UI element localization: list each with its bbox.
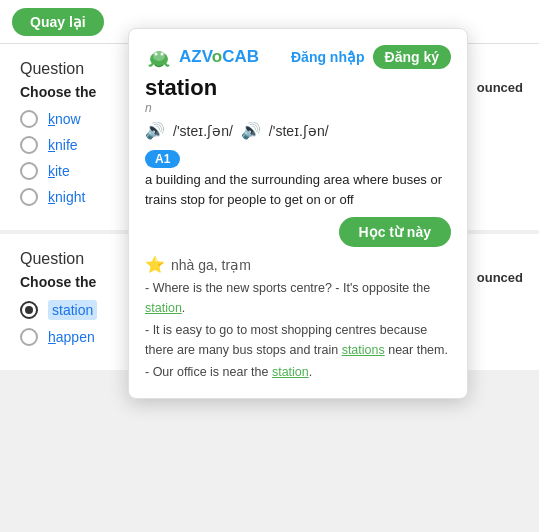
option-text-knight: knight [48, 189, 85, 205]
option-radio-knight[interactable] [20, 188, 38, 206]
option-text-know: know [48, 111, 81, 127]
speaker-icon-2[interactable]: 🔊 [241, 121, 261, 140]
vi-text: nhà ga, trạm [171, 257, 251, 273]
star-icon: ⭐ [145, 255, 165, 274]
option-radio-station[interactable] [20, 301, 38, 319]
option-radio-knife[interactable] [20, 136, 38, 154]
svg-point-3 [161, 53, 164, 56]
level-badge: A1 [145, 150, 180, 168]
option-radio-happen[interactable] [20, 328, 38, 346]
ounced-text-2: ounced [477, 270, 523, 285]
logo-text: AZVoCAB [179, 47, 259, 67]
word-popup: AZVoCAB Đăng nhập Đăng ký station n 🔊 /'… [128, 28, 468, 399]
back-button[interactable]: Quay lại [12, 8, 104, 36]
example-2: - It is easy to go to most shopping cent… [145, 320, 451, 360]
word-pos: n [145, 101, 451, 115]
example-3: - Our office is near the station. [145, 362, 451, 382]
example-link-2[interactable]: stations [342, 343, 385, 357]
phonetic-1: /'steɪ.ʃən/ [173, 123, 233, 139]
option-radio-kite[interactable] [20, 162, 38, 180]
example-block: - Where is the new sports centre? - It's… [145, 278, 451, 382]
definition-text: a building and the surrounding area wher… [145, 170, 451, 209]
example-link-3[interactable]: station [272, 365, 309, 379]
option-text-kite: kite [48, 163, 70, 179]
word-title: station [145, 75, 451, 101]
example-link-1[interactable]: station [145, 301, 182, 315]
register-button[interactable]: Đăng ký [373, 45, 451, 69]
nav-links: Đăng nhập Đăng ký [291, 45, 451, 69]
svg-point-2 [155, 53, 158, 56]
option-text-happen: happen [48, 329, 95, 345]
learn-button[interactable]: Học từ này [339, 217, 451, 247]
popup-header: AZVoCAB Đăng nhập Đăng ký [145, 43, 451, 71]
example-1: - Where is the new sports centre? - It's… [145, 278, 451, 318]
logo-area: AZVoCAB [145, 43, 259, 71]
pronunciation-row: 🔊 /'steɪ.ʃən/ 🔊 /'steɪ.ʃən/ [145, 121, 451, 140]
option-text-station: station [48, 300, 97, 320]
definition-block: A1 a building and the surrounding area w… [145, 150, 451, 247]
speaker-icon-1[interactable]: 🔊 [145, 121, 165, 140]
vi-translation: ⭐ nhà ga, trạm [145, 255, 451, 274]
ounced-text-1: ounced [477, 80, 523, 95]
login-link[interactable]: Đăng nhập [291, 49, 365, 65]
phonetic-2: /'steɪ.ʃən/ [269, 123, 329, 139]
logo-icon [145, 43, 173, 71]
svg-point-1 [153, 51, 165, 61]
option-text-knife: knife [48, 137, 78, 153]
option-radio-know[interactable] [20, 110, 38, 128]
